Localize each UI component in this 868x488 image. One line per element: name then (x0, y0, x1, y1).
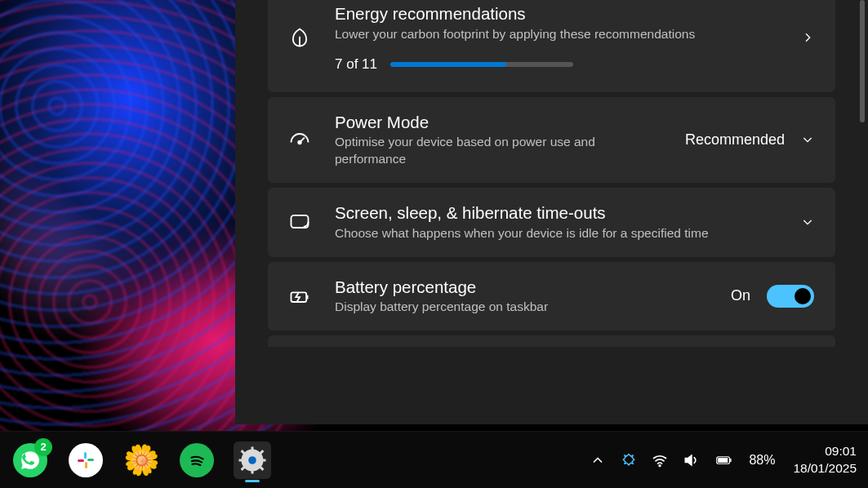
card-title: Battery percentage (335, 277, 708, 298)
svg-point-9 (248, 456, 256, 464)
card-subtitle: Display battery percentage on taskbar (335, 299, 708, 316)
leaf-icon (287, 25, 312, 50)
battery-charging-icon (287, 284, 312, 308)
svg-rect-12 (239, 459, 244, 461)
wifi-tray-icon[interactable] (651, 451, 669, 469)
tray-overflow-icon[interactable] (589, 451, 607, 469)
progress-text: 7 of 11 (335, 56, 377, 73)
svg-rect-7 (78, 459, 84, 462)
progress-bar (390, 62, 573, 67)
flower-icon: 🌼 (123, 443, 160, 477)
screen-sleep-card[interactable]: Screen, sleep, & hibernate time-outs Cho… (268, 188, 835, 257)
svg-rect-4 (84, 452, 87, 459)
power-mode-card[interactable]: Power Mode Optimise your device based on… (268, 97, 835, 183)
toggle-knob (795, 288, 811, 304)
svg-rect-3 (306, 295, 308, 299)
svg-rect-21 (719, 458, 728, 463)
card-subtitle: Optimise your device based on power use … (335, 134, 662, 168)
battery-percentage-toggle[interactable] (767, 285, 814, 308)
card-subtitle: Choose what happens when your device is … (335, 225, 759, 242)
slack-icon (76, 450, 96, 470)
progress-fill (390, 62, 506, 67)
battery-tray-icon[interactable] (713, 451, 736, 469)
chevron-down-icon (801, 133, 814, 146)
card-title: Screen, sleep, & hibernate time-outs (335, 202, 778, 224)
app-taskbar-icon[interactable]: 🌼 (122, 441, 160, 479)
toggle-state-label: On (731, 287, 750, 304)
slack-taskbar-icon[interactable] (67, 441, 105, 479)
battery-percentage-text: 88% (749, 453, 775, 468)
whatsapp-taskbar-icon[interactable]: 2 (11, 441, 49, 479)
scrollbar-thumb[interactable] (860, 0, 865, 122)
svg-rect-20 (731, 458, 732, 461)
spotify-icon (186, 450, 207, 471)
svg-rect-10 (251, 446, 254, 451)
svg-rect-5 (87, 459, 94, 461)
settings-taskbar-icon[interactable] (234, 441, 271, 479)
card-subtitle: Lower your carbon footprint by applying … (335, 26, 759, 43)
power-mode-value: Recommended (685, 131, 785, 149)
card-title: Energy recommendations (335, 3, 778, 24)
gear-icon (238, 446, 267, 475)
date-text: 18/01/2025 (793, 460, 857, 477)
svg-point-0 (298, 141, 301, 144)
svg-rect-13 (261, 459, 266, 461)
chevron-down-icon (801, 215, 814, 228)
battery-percentage-card: Battery percentage Display battery perce… (268, 262, 835, 331)
screen-timeout-icon (287, 210, 312, 234)
svg-rect-11 (251, 468, 254, 473)
spotify-taskbar-icon[interactable] (178, 441, 216, 479)
whatsapp-badge: 2 (34, 438, 52, 456)
copilot-tray-icon[interactable] (620, 451, 638, 469)
svg-rect-6 (85, 462, 87, 468)
volume-tray-icon[interactable] (682, 451, 700, 469)
taskbar: 2 🌼 (0, 431, 868, 488)
energy-recommendations-card[interactable]: Energy recommendations Lower your carbon… (268, 0, 835, 92)
time-text: 09:01 (793, 443, 857, 459)
next-card-peek (268, 335, 835, 347)
svg-point-18 (660, 464, 661, 466)
chevron-right-icon (801, 31, 814, 44)
gauge-icon (287, 127, 312, 152)
clock-area[interactable]: 09:01 18/01/2025 (793, 443, 857, 476)
card-title: Power Mode (335, 112, 662, 133)
settings-window: Energy recommendations Lower your carbon… (235, 0, 868, 424)
